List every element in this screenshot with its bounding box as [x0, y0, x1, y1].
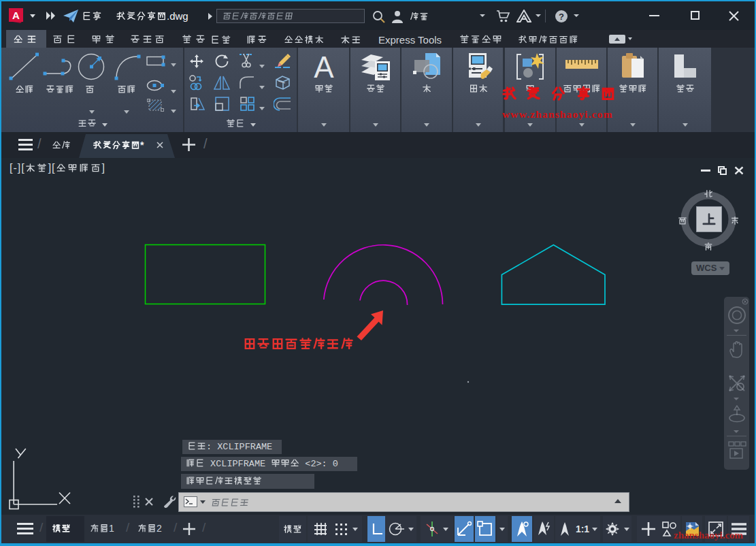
svg-text:?: ?	[559, 12, 564, 22]
svg-text:A: A	[314, 52, 334, 80]
svg-text:A: A	[12, 10, 20, 21]
